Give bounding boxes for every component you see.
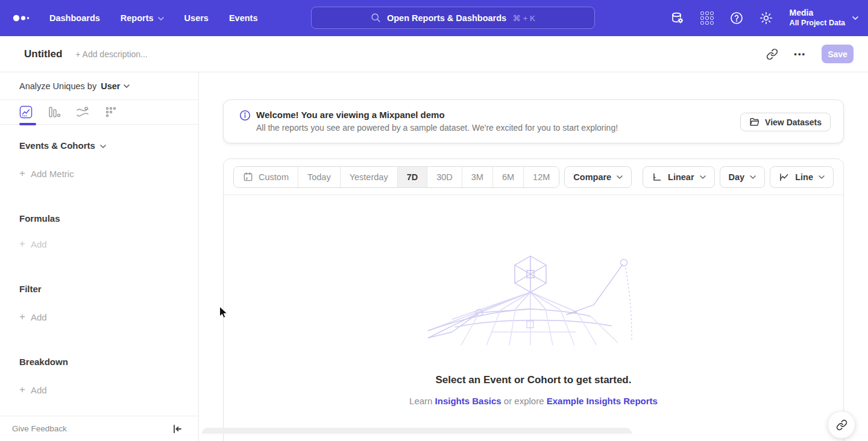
report-header: Untitled + Add description... ••• Save <box>0 36 868 72</box>
collapse-sidebar-icon[interactable] <box>172 424 183 434</box>
help-icon[interactable] <box>729 11 744 25</box>
learn-prefix: Learn <box>409 396 432 406</box>
link-icon <box>836 419 848 431</box>
chart-type-dropdown[interactable]: Line <box>770 166 834 188</box>
nav-reports-label: Reports <box>121 13 154 23</box>
top-nav: Dashboards Reports Users Events Open Rep… <box>0 0 868 36</box>
report-card: Custom Today Yesterday 7D 30D 3M 6M 12M … <box>223 158 844 441</box>
filter-label: Filter <box>19 284 42 294</box>
breakdown-label: Breakdown <box>19 357 68 367</box>
view-datasets-label: View Datasets <box>765 117 822 127</box>
settings-gear-icon[interactable] <box>759 11 773 25</box>
tab-bar-chart[interactable] <box>48 105 61 119</box>
welcome-banner: Welcome! You are viewing a Mixpanel demo… <box>223 99 844 143</box>
active-tab-indicator <box>19 123 36 125</box>
scale-dropdown[interactable]: Linear <box>643 166 715 188</box>
chevron-down-icon <box>158 17 164 20</box>
search-shortcut: ⌘ + K <box>512 13 535 23</box>
primary-nav: Dashboards Reports Users Events <box>49 13 257 23</box>
apps-grid-icon[interactable] <box>700 11 714 25</box>
chevron-down-icon <box>750 175 756 179</box>
bottom-panel-edge <box>202 428 632 434</box>
add-description-field[interactable]: + Add description... <box>75 49 147 59</box>
date-range-3m[interactable]: 3M <box>462 167 492 187</box>
scale-label: Linear <box>668 172 694 182</box>
date-range-7d[interactable]: 7D <box>397 167 427 187</box>
date-range-yesterday-label: Yesterday <box>350 172 388 182</box>
tab-retention[interactable] <box>104 105 118 119</box>
tab-flows[interactable] <box>76 105 89 119</box>
compare-label: Compare <box>573 172 611 182</box>
report-title[interactable]: Untitled <box>24 48 62 60</box>
compare-dropdown[interactable]: Compare <box>564 166 632 188</box>
date-range-6m-label: 6M <box>502 172 514 182</box>
report-toolbar: Custom Today Yesterday 7D 30D 3M 6M 12M … <box>224 159 843 195</box>
add-metric-button[interactable]: + Add Metric <box>19 167 179 180</box>
add-filter-button[interactable]: + Add <box>19 311 179 323</box>
top-nav-right: Media All Project Data <box>670 0 858 36</box>
project-switcher[interactable]: Media All Project Data <box>790 8 858 28</box>
date-range-6m[interactable]: 6M <box>492 167 523 187</box>
search-placeholder: Open Reports & Dashboards <box>387 13 506 23</box>
copy-link-icon[interactable] <box>766 48 778 60</box>
add-formula-label: Add <box>31 239 47 249</box>
filter-section: Filter <box>19 284 179 294</box>
interval-dropdown[interactable]: Day <box>720 166 766 188</box>
search-icon <box>371 13 381 23</box>
date-range-12m-label: 12M <box>533 172 550 182</box>
nav-users[interactable]: Users <box>184 13 209 23</box>
date-range-today[interactable]: Today <box>298 167 340 187</box>
date-range-30d[interactable]: 30D <box>427 167 462 187</box>
formulas-section: Formulas <box>19 213 179 224</box>
add-breakdown-label: Add <box>31 385 47 395</box>
plus-icon: + <box>19 384 25 396</box>
formulas-label: Formulas <box>19 213 60 224</box>
date-range-12m[interactable]: 12M <box>523 167 559 187</box>
nav-dashboards[interactable]: Dashboards <box>49 13 100 23</box>
linear-scale-icon <box>652 172 662 183</box>
view-datasets-button[interactable]: View Datasets <box>740 113 831 131</box>
add-metric-label: Add Metric <box>31 169 74 179</box>
data-management-icon[interactable] <box>670 11 685 25</box>
empty-state-title: Select an Event or Cohort to get started… <box>224 374 843 386</box>
chevron-down-icon <box>617 175 623 179</box>
add-formula-button[interactable]: + Add <box>19 238 179 250</box>
insights-basics-link[interactable]: Insights Basics <box>435 396 502 406</box>
main-content: Welcome! You are viewing a Mixpanel demo… <box>199 72 868 441</box>
events-cohorts-section[interactable]: Events & Cohorts <box>19 140 179 151</box>
date-range-yesterday[interactable]: Yesterday <box>340 167 397 187</box>
add-breakdown-button[interactable]: + Add <box>19 384 179 396</box>
chevron-down-icon <box>819 175 825 179</box>
give-feedback-link[interactable]: Give Feedback <box>12 424 67 433</box>
plus-icon: + <box>19 311 25 323</box>
add-filter-label: Add <box>31 312 47 322</box>
date-range-7d-label: 7D <box>407 172 418 182</box>
global-search-input[interactable]: Open Reports & Dashboards ⌘ + K <box>311 7 595 29</box>
folder-icon <box>749 117 760 127</box>
date-range-today-label: Today <box>307 172 331 182</box>
tab-line-chart[interactable] <box>19 105 33 119</box>
sidebar-footer: Give Feedback <box>0 416 198 441</box>
events-cohorts-label: Events & Cohorts <box>19 140 95 151</box>
more-options-icon[interactable]: ••• <box>794 49 806 58</box>
nav-reports[interactable]: Reports <box>121 13 164 23</box>
nav-events-label: Events <box>229 13 258 23</box>
save-button[interactable]: Save <box>822 45 854 63</box>
nav-dashboards-label: Dashboards <box>49 13 100 23</box>
date-range-30d-label: 30D <box>436 172 453 182</box>
date-range-3m-label: 3M <box>471 172 483 182</box>
middle-text: or explore <box>504 396 544 406</box>
share-link-button[interactable] <box>828 411 855 439</box>
breakdown-section: Breakdown <box>19 357 179 367</box>
query-builder-sidebar: Analyze Uniques by User <box>0 72 199 441</box>
chevron-down-icon <box>100 145 106 148</box>
chevron-down-icon <box>852 16 858 20</box>
analyze-by-dropdown[interactable]: User <box>101 81 130 91</box>
mixpanel-logo-icon[interactable] <box>12 12 30 24</box>
date-range-custom[interactable]: Custom <box>234 167 298 187</box>
date-range-custom-label: Custom <box>259 172 289 182</box>
plus-icon: + <box>19 167 25 180</box>
example-reports-link[interactable]: Example Insights Reports <box>547 396 658 406</box>
nav-events[interactable]: Events <box>229 13 258 23</box>
analyze-by-value: User <box>101 81 120 91</box>
